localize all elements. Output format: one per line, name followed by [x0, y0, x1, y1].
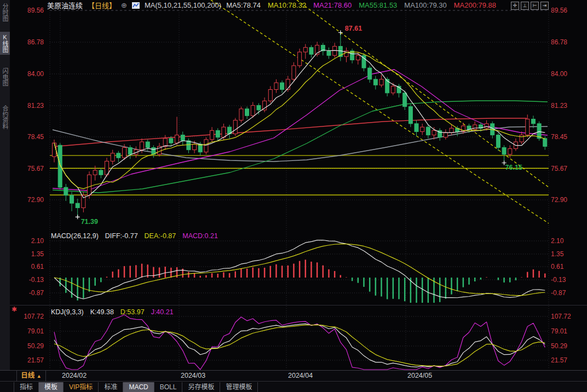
price-axis-label: 84.00	[551, 70, 584, 78]
price-axis-label: 107.72	[14, 313, 44, 320]
price-axis-label: 75.67	[14, 165, 44, 172]
date-label: 2024/05	[407, 372, 432, 379]
price-axis-label: -0.13	[14, 276, 44, 284]
chart-type-icon[interactable]	[132, 2, 140, 9]
period-label: 日线	[21, 372, 34, 379]
price-axis-label: 79.01	[551, 327, 584, 335]
macd-dea-value: DEA:-0.87	[145, 232, 176, 240]
ma-value: MA10:78.32	[268, 1, 306, 9]
price-axis-label: 1.35	[551, 250, 584, 258]
price-axis-label: 86.78	[551, 38, 584, 46]
chart-header: 美原油连续 【日线】 ⊕ MA(5,10,21,55,100,200) MA5:…	[47, 1, 496, 10]
tab-VIP指标[interactable]: VIP指标	[64, 382, 99, 392]
sidebar-item-K线图[interactable]: K线图	[0, 32, 10, 55]
tab-指标[interactable]: 指标	[14, 382, 39, 392]
kdj-header: KDJ(9,3,3) K:49.38 D:53.97 J:40.21	[51, 308, 174, 316]
tab-另存模板[interactable]: 另存模板	[182, 382, 220, 392]
kdj-j-value: J:40.21	[151, 308, 174, 316]
macd-header: MACD(26,12,9) DIFF:-0.77 DEA:-0.87 MACD:…	[51, 232, 218, 240]
period-arrow-icon: ▲	[37, 373, 42, 379]
price-axis-label: 78.45	[551, 133, 584, 141]
period-badge[interactable]: 【日线】	[88, 0, 116, 10]
price-axis-label: 107.72	[551, 313, 584, 320]
symbol-name: 美原油连续	[47, 0, 83, 10]
sidebar-item-合约资料[interactable]: 合约资料	[0, 103, 10, 131]
kdj-k-value: K:49.38	[90, 308, 114, 316]
price-axis-label: 78.45	[14, 133, 44, 141]
chart-toolbar: ✛⊥⊢⇥	[511, 2, 549, 10]
tab-标准[interactable]: 标准	[99, 382, 123, 392]
price-axis-label: 89.56	[551, 7, 584, 14]
kdj-d-value: D:53.97	[120, 308, 145, 316]
price-axis-label: -0.87	[14, 289, 44, 297]
scale-right-icon[interactable]: ⊢	[531, 2, 539, 10]
price-axis-label: 0.61	[551, 263, 584, 270]
price-axis-label: 86.78	[14, 38, 44, 46]
tab-管理模板[interactable]: 管理模板	[220, 382, 258, 392]
ma-value: MA55:81.53	[359, 1, 397, 9]
price-axis-label: 72.90	[14, 196, 44, 204]
tab-BOLL[interactable]: BOLL	[154, 382, 183, 392]
trading-app: 87.6171.3976.15 分时图K线图闪电图合约资料 美原油连续 【日线】…	[0, 0, 587, 392]
left-sidebar: 分时图K线图闪电图合约资料	[0, 0, 10, 370]
sidebar-item-闪电图[interactable]: 闪电图	[0, 66, 10, 88]
ma-value: MA21:78.60	[313, 1, 352, 9]
price-axis-label: 50.29	[14, 342, 44, 350]
sidebar-item-分时图[interactable]: 分时图	[0, 1, 10, 24]
price-axis-label: 81.23	[14, 102, 44, 109]
high-annotation: 87.61	[345, 25, 362, 32]
price-axis-label: 72.90	[551, 196, 584, 204]
chart-area[interactable]: 87.6171.3976.15	[0, 0, 587, 392]
period-selector[interactable]: 日线 ▲	[16, 371, 46, 381]
price-axis-label: 1.35	[14, 250, 44, 258]
tab-MACD[interactable]: MACD	[123, 382, 154, 392]
price-axis-label: -0.87	[551, 289, 584, 297]
price-axis-label: 0.61	[14, 263, 44, 270]
low-annotation: 71.39	[81, 218, 98, 226]
ma-value: MA100:79.30	[404, 1, 446, 9]
timeline-bar: 日线 ▲ 2024/022024/032024/042024/05	[0, 370, 587, 382]
ma-values: MA5:78.74MA10:78.32MA21:78.60MA55:81.53M…	[226, 1, 496, 9]
kdj-settings-icon[interactable]: ✱	[11, 305, 17, 313]
price-axis-label: 75.67	[551, 165, 584, 172]
macd-bar-value: MACD:0.21	[182, 232, 218, 240]
price-axis-label: 2.10	[14, 237, 44, 245]
ma-value: MA200:79.88	[454, 1, 496, 9]
price-axis-label: 21.57	[551, 356, 584, 364]
macd-diff-value: DIFF:-0.77	[105, 232, 138, 240]
price-axis-label: 2.10	[551, 237, 584, 245]
price-axis-label: 21.57	[14, 356, 44, 364]
page-forward-icon[interactable]: ⇥	[540, 2, 549, 10]
bottom-tab-bar: 指标模板VIP指标标准MACDBOLL另存模板管理模板	[0, 382, 587, 392]
price-axis-label: 81.23	[551, 102, 584, 109]
ma-settings-label[interactable]: MA(5,10,21,55,100,200)	[145, 1, 221, 9]
date-label: 2024/04	[288, 372, 313, 379]
ma-value: MA5:78.74	[226, 1, 261, 9]
date-label: 2024/02	[62, 372, 87, 379]
add-overlay-icon[interactable]: ⊕	[121, 1, 127, 9]
price-axis-label: 84.00	[14, 70, 44, 78]
recent-low-annotation: 76.15	[505, 164, 522, 171]
macd-title[interactable]: MACD(26,12,9)	[51, 232, 99, 240]
price-axis-label: 79.01	[14, 327, 44, 335]
kdj-title[interactable]: KDJ(9,3,3)	[51, 308, 84, 316]
price-axis-label: 89.56	[14, 7, 44, 14]
tab-模板[interactable]: 模板	[39, 382, 64, 392]
date-label: 2024/03	[181, 372, 205, 379]
scale-up-icon[interactable]: ⊥	[521, 2, 529, 10]
price-axis-label: -0.13	[551, 276, 584, 284]
price-axis-label: 50.29	[551, 342, 584, 350]
pan-crosshair-icon[interactable]: ✛	[511, 2, 519, 10]
